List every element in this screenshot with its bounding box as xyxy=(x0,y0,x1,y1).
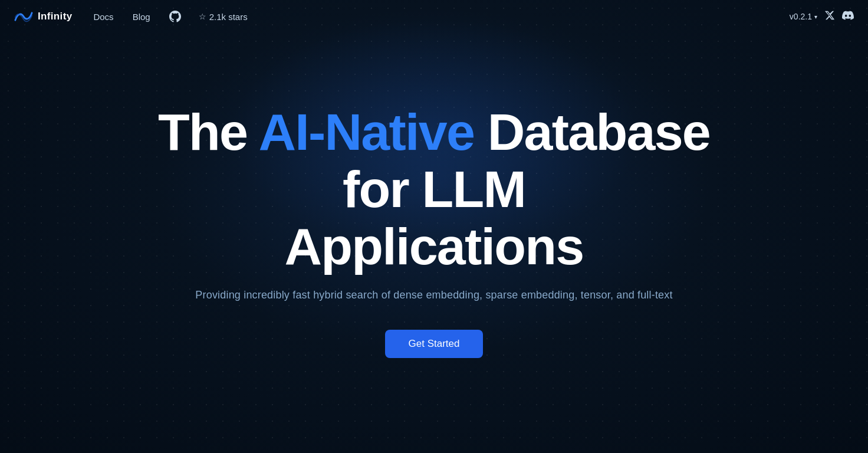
nav-docs-link[interactable]: Docs xyxy=(86,8,120,25)
hero-title-part1: The xyxy=(158,103,259,161)
nav-right: v0.2.1 ▾ xyxy=(790,9,854,24)
nav-logo-link[interactable]: Infinity xyxy=(14,10,72,23)
hero-subtitle: Providing incredibly fast hybrid search … xyxy=(195,289,672,301)
star-icon: ☆ xyxy=(199,12,206,21)
logo-icon xyxy=(14,10,33,23)
chevron-down-icon: ▾ xyxy=(814,14,817,20)
stars-count: 2.1k stars xyxy=(209,12,248,22)
discord-icon xyxy=(842,9,854,21)
brand-name: Infinity xyxy=(38,11,72,22)
nav-github-link[interactable] xyxy=(162,7,188,26)
version-label: v0.2.1 xyxy=(790,12,812,21)
nav-stars-link[interactable]: ☆ 2.1k stars xyxy=(193,8,254,25)
discord-link[interactable] xyxy=(842,9,854,24)
hero-section: The AI-Native Database for LLM Applicati… xyxy=(0,33,868,358)
hero-title-part3: Applications xyxy=(285,217,584,275)
twitter-link[interactable] xyxy=(824,10,835,23)
nav-blog-link[interactable]: Blog xyxy=(126,8,157,25)
twitter-icon xyxy=(824,10,835,21)
github-icon xyxy=(169,11,181,22)
get-started-button[interactable]: Get Started xyxy=(385,330,484,358)
navbar: Infinity Docs Blog ☆ 2.1k stars v0.2.1 ▾ xyxy=(0,0,868,33)
version-badge[interactable]: v0.2.1 ▾ xyxy=(790,12,817,21)
hero-title: The AI-Native Database for LLM Applicati… xyxy=(139,104,729,275)
hero-title-highlight: AI-Native xyxy=(259,103,475,161)
